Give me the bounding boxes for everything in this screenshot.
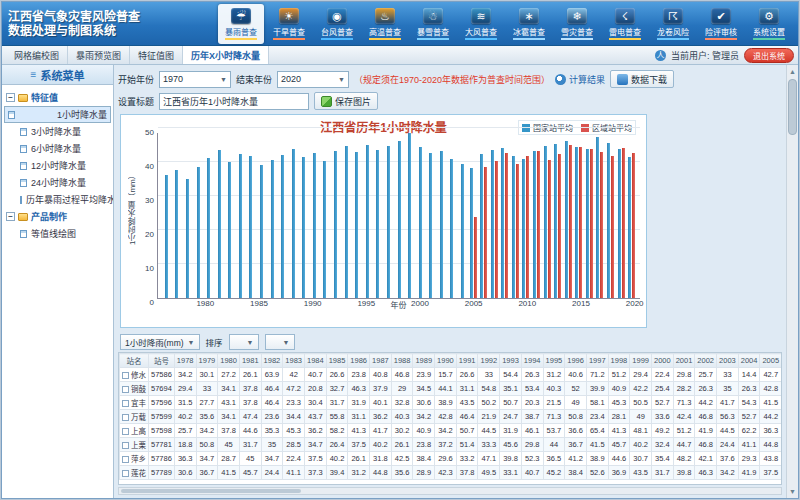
collapse-icon[interactable]: − (6, 93, 15, 102)
col-header-year[interactable]: 1991 (456, 354, 478, 368)
calculate-button[interactable]: 计算结果 (555, 73, 605, 86)
scroll-up-icon[interactable]: ▲ (787, 66, 798, 77)
settings-icon: ⚙ (759, 8, 779, 24)
row-checkbox[interactable] (122, 386, 129, 393)
folder-icon (18, 94, 28, 102)
tree-item-1-1[interactable]: 1小时降水量 (4, 106, 111, 123)
horizontal-scrollbar[interactable] (118, 487, 782, 495)
table-row[interactable]: 上高5759825.734.237.844.635.345.336.258.24… (120, 424, 783, 438)
horizontal-scrollbar-thumb[interactable] (121, 489, 301, 493)
value-cell: 29.6 (435, 452, 457, 466)
tree-item-1-5[interactable]: 24小时降水量 (4, 174, 111, 191)
save-image-button[interactable]: 保存图片 (314, 92, 378, 110)
national-avg-bar (249, 156, 252, 298)
col-header-year[interactable]: 1992 (478, 354, 500, 368)
row-checkbox[interactable] (122, 414, 129, 421)
tree-item-1-6[interactable]: 历年暴雨过程平均降水量 (4, 191, 111, 208)
nav-item-4[interactable]: ♨高温普查 (362, 4, 408, 44)
nav-item-9[interactable]: ☇雷电普查 (602, 4, 648, 44)
nav-item-5[interactable]: ☃暴雪普查 (410, 4, 456, 44)
col-header-year[interactable]: 1995 (543, 354, 565, 368)
table-row[interactable]: 铜鼓5769429.43334.137.846.447.220.832.746.… (120, 382, 783, 396)
vertical-scrollbar-thumb[interactable] (788, 79, 797, 135)
national-avg-bar (292, 149, 295, 298)
col-header-year[interactable]: 1990 (435, 354, 457, 368)
col-header-station[interactable]: 站名 (120, 354, 149, 368)
tree-group-2[interactable]: −产品制作 (4, 208, 111, 225)
col-header-year[interactable]: 1997 (586, 354, 608, 368)
row-checkbox[interactable] (122, 428, 129, 435)
chevron-down-icon: ▼ (283, 339, 290, 346)
col-header-year[interactable]: 2003 (717, 354, 739, 368)
col-header-year[interactable]: 1993 (500, 354, 522, 368)
row-checkbox[interactable] (122, 400, 129, 407)
collapse-icon[interactable]: − (6, 212, 15, 221)
col-header-year[interactable]: 1984 (304, 354, 326, 368)
col-header-year[interactable]: 1998 (608, 354, 630, 368)
col-header-year[interactable]: 1985 (326, 354, 348, 368)
col-header-year[interactable]: 1978 (174, 354, 196, 368)
nav-item-12[interactable]: ⚙系统设置 (746, 4, 792, 44)
col-header-year[interactable]: 1982 (261, 354, 283, 368)
table-row[interactable]: 萍乡5778636.334.728.74534.722.437.540.226.… (120, 452, 783, 466)
tree-item-1-3[interactable]: 6小时降水量 (4, 140, 111, 157)
col-header-year[interactable]: 2001 (673, 354, 695, 368)
nav-item-3[interactable]: ◉台风普查 (314, 4, 360, 44)
tree-group-1[interactable]: −特征值 (4, 89, 111, 106)
regional-avg-bar (558, 154, 561, 298)
table-row[interactable]: 莲花5778930.636.741.545.724.441.137.339.43… (120, 466, 783, 480)
tab-2[interactable]: 暴雨预览图 (68, 46, 130, 64)
value-cell: 32.7 (326, 382, 348, 396)
tab-1[interactable]: 网格编校图 (6, 46, 68, 64)
chart-title-input[interactable] (159, 93, 309, 110)
measure-select[interactable]: 1小时降雨(mm) ▼ (120, 334, 200, 350)
row-checkbox[interactable] (122, 456, 129, 463)
nav-item-6[interactable]: ≋大风普查 (458, 4, 504, 44)
col-header-year[interactable]: 1983 (283, 354, 305, 368)
tree-item-2-1[interactable]: 等值线绘图 (4, 225, 111, 242)
col-header-year[interactable]: 1979 (196, 354, 218, 368)
col-header-year[interactable]: 1989 (413, 354, 435, 368)
scroll-down-icon[interactable]: ▼ (787, 486, 798, 497)
vertical-scrollbar[interactable]: ▲ ▼ (786, 65, 798, 498)
tree-item-1-4[interactable]: 12小时降水量 (4, 157, 111, 174)
table-row[interactable]: 万载5759940.235.634.147.423.634.443.755.83… (120, 410, 783, 424)
col-header-year[interactable]: 1996 (565, 354, 587, 368)
table-row[interactable]: 修水5758634.230.127.226.163.94240.726.623.… (120, 368, 783, 382)
download-button[interactable]: 数据下载 (610, 70, 674, 88)
tab-4[interactable]: 历年X小时降水量 (183, 46, 269, 64)
nav-item-7[interactable]: ∗冰雹普查 (506, 4, 552, 44)
page-icon (20, 196, 22, 204)
nav-item-8[interactable]: ❄雪灾普查 (554, 4, 600, 44)
row-checkbox[interactable] (122, 372, 129, 379)
end-year-select[interactable]: 2020 ▼ (277, 71, 349, 88)
tab-3[interactable]: 特征值图 (130, 46, 183, 64)
col-header-year[interactable]: 1981 (239, 354, 261, 368)
value-cell: 44 (543, 438, 565, 452)
row-checkbox[interactable] (122, 442, 129, 449)
nav-item-11[interactable]: ✔险评审核 (698, 4, 744, 44)
nav-item-10[interactable]: ☈龙卷风险 (650, 4, 696, 44)
logout-button[interactable]: 退出系统 (744, 48, 794, 63)
nav-item-1[interactable]: ☔暴雨普查 (218, 4, 264, 44)
col-header-year[interactable]: 1986 (348, 354, 370, 368)
row-checkbox[interactable] (122, 470, 129, 477)
col-header-year[interactable]: 2004 (738, 354, 760, 368)
col-header-year[interactable]: 1994 (521, 354, 543, 368)
table-row[interactable]: 上栗5778118.850.84531.73528.534.726.437.54… (120, 438, 783, 452)
col-header-year[interactable]: 1988 (391, 354, 413, 368)
col-header-year[interactable]: 1987 (370, 354, 392, 368)
col-header-year[interactable]: 2002 (695, 354, 717, 368)
table-row[interactable]: 宜丰5759631.527.743.137.846.423.330.431.73… (120, 396, 783, 410)
col-header-year[interactable]: 2000 (651, 354, 673, 368)
start-year-select[interactable]: 1970 ▼ (159, 71, 231, 88)
col-header-year[interactable]: 1999 (630, 354, 652, 368)
tree-item-1-2[interactable]: 3小时降水量 (4, 123, 111, 140)
bar-group-2014 (563, 133, 574, 298)
col-header-year[interactable]: 1980 (218, 354, 240, 368)
nav-item-2[interactable]: ☀干旱普查 (266, 4, 312, 44)
sort-order-select[interactable]: ▼ (265, 334, 295, 350)
col-header-year[interactable]: 2005 (760, 354, 782, 368)
sort-field-select[interactable]: ▼ (229, 334, 259, 350)
col-header-id[interactable]: 站号 (149, 354, 175, 368)
